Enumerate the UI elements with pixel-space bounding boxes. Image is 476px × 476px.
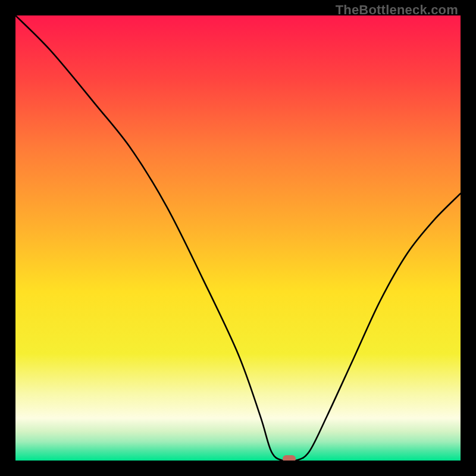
- chart-container: TheBottleneck.com: [0, 0, 476, 476]
- optimal-point-marker: [283, 455, 296, 461]
- svg-rect-0: [15, 15, 461, 461]
- gradient-background: [15, 15, 461, 461]
- plot-area: [15, 15, 461, 461]
